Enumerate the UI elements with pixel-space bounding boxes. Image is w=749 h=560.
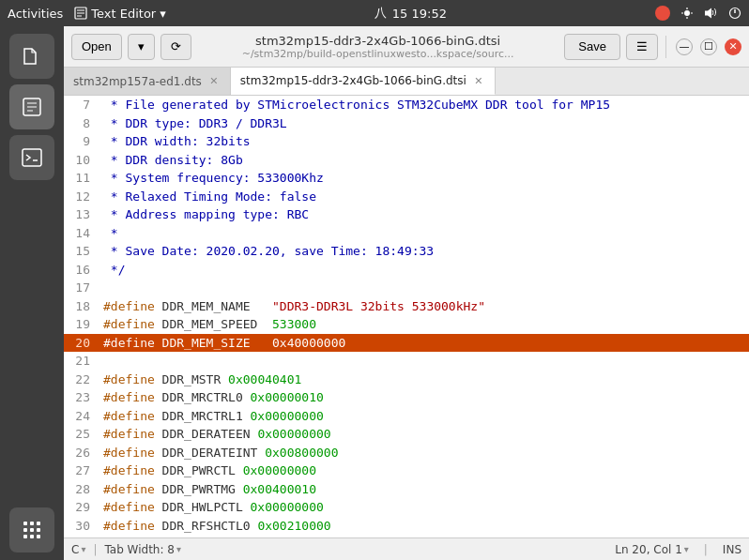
window-filename: stm32mp15-ddr3-2x4Gb-1066-binG.dtsi [255,34,500,48]
tab-stm32mp157a[interactable]: stm32mp157a-ed1.dts ✕ [64,68,231,95]
hamburger-menu-button[interactable]: ☰ [626,34,658,60]
save-button[interactable]: Save [564,34,620,60]
svg-rect-6 [30,522,34,525]
table-row: 27 #define DDR_PWRCTL 0x00000000 [64,462,749,480]
svg-rect-5 [23,522,27,525]
table-row: 24 #define DDR_MRCTRL1 0x00000000 [64,407,749,426]
sidebar [0,26,64,560]
table-row: 25 #define DDR_DERATEEN 0x00000000 [64,425,749,444]
table-row: 28 #define DDR_PWRTMG 0x00400010 [64,480,749,499]
table-row: 14 * [64,224,749,243]
open-recent-button[interactable]: ⟳ [160,34,191,60]
open-dropdown-button[interactable]: ▾ [128,34,155,60]
table-row: 8 * DDR type: DDR3 / DDR3L [64,114,749,133]
position-label: Ln 20, Col 1 [615,543,682,556]
tabs-bar: stm32mp157a-ed1.dts ✕ stm32mp15-ddr3-2x4… [64,68,749,96]
table-row: 21 [64,352,749,371]
status-bar: C ▾ | Tab Width: 8 ▾ Ln 20, Col 1 ▾ | IN… [64,537,749,560]
tab-label-2: stm32mp15-ddr3-2x4Gb-1066-binG.dtsi [240,74,466,87]
status-sep-2: | [704,543,708,556]
window-title-area: stm32mp15-ddr3-2x4Gb-1066-binG.dtsi ~/st… [197,34,559,60]
topbar-right [655,6,741,21]
edit-icon [74,7,87,20]
table-row: 7 * File generated by STMicroelectronics… [64,96,749,114]
table-row: 12 * Relaxed Timing Mode: false [64,188,749,206]
mode-label: INS [723,543,741,556]
sidebar-files-icon[interactable] [9,34,54,79]
volume-icon [704,7,719,20]
language-selector[interactable]: C ▾ [71,543,85,556]
table-row: 10 * DDR density: 8Gb [64,151,749,170]
table-row: 30 #define DDR_RFSHCTL0 0x00210000 [64,517,749,536]
table-row: 29 #define DDR_HWLPCTL 0x00000000 [64,498,749,517]
svg-rect-4 [23,149,41,166]
svg-rect-11 [23,535,27,538]
status-right: Ln 20, Col 1 ▾ | INS [615,543,741,556]
table-row-highlighted: 20 #define DDR_MEM_SIZE 0x40000000 [64,334,749,353]
language-arrow: ▾ [81,544,85,554]
open-button[interactable]: Open [71,34,122,60]
svg-rect-8 [23,528,27,532]
minimize-button[interactable]: — [676,38,693,55]
table-row: 23 #define DDR_MRCTRL0 0x00000010 [64,388,749,407]
table-row: 26 #define DDR_DERATEINT 0x00800000 [64,444,749,462]
power-indicator [655,6,670,21]
table-row: 22 #define DDR_MSTR 0x00040401 [64,371,749,389]
maximize-button[interactable]: ☐ [700,38,717,55]
activities-label[interactable]: Activities [8,7,63,21]
sidebar-bottom [9,507,54,552]
tab-label-1: stm32mp157a-ed1.dts [73,75,202,88]
app-dropdown-arrow: ▾ [160,7,166,21]
table-row: 19 #define DDR_MEM_SPEED 533000 [64,315,749,334]
close-button[interactable]: ✕ [725,38,741,55]
code-editor[interactable]: 7 * File generated by STMicroelectronics… [64,96,749,537]
topbar-time: 15 19:52 [392,7,447,21]
table-row: 18 #define DDR_MEM_NAME "DDR3-DDR3L 32bi… [64,297,749,316]
text-editor-window: Open ▾ ⟳ stm32mp15-ddr3-2x4Gb-1066-binG.… [64,26,749,560]
svg-rect-9 [30,528,34,532]
tab-stm32mp15-ddr3[interactable]: stm32mp15-ddr3-2x4Gb-1066-binG.dtsi ✕ [231,68,496,95]
window-filepath: ~/stm32mp/build-openstlinuxwesto...kspac… [242,48,514,60]
position-arrow: ▾ [684,544,689,554]
system-topbar: Activities Text Editor ▾ 八 15 19:52 [0,0,749,26]
toolbar-separator [665,36,666,58]
app-name-button[interactable]: Text Editor ▾ [74,7,165,21]
table-row: 13 * Address mapping type: RBC [64,205,749,224]
tabwidth-selector[interactable]: Tab Width: 8 ▾ [104,543,181,556]
svg-rect-10 [37,528,40,532]
table-row: 15 * Save Date: 2020.02.20, save Time: 1… [64,242,749,261]
topbar-time-icon: 八 [374,5,387,22]
tabwidth-label: Tab Width: 8 [104,543,174,556]
sidebar-apps-icon[interactable] [9,507,54,552]
code-scroll-area[interactable]: 7 * File generated by STMicroelectronics… [64,96,749,537]
table-row: 9 * DDR width: 32bits [64,132,749,151]
app-name-text: Text Editor [91,7,156,21]
language-label: C [71,543,79,556]
svg-point-1 [684,10,690,16]
status-sep-1: | [93,543,97,556]
table-row: 17 [64,279,749,297]
table-row: 16 */ [64,261,749,280]
sidebar-editor-icon[interactable] [9,84,54,129]
tab-close-2[interactable]: ✕ [472,74,485,87]
sidebar-terminal-icon[interactable] [9,135,54,180]
table-row: 11 * System frequency: 533000Khz [64,169,749,188]
window-toolbar: Open ▾ ⟳ stm32mp15-ddr3-2x4Gb-1066-binG.… [64,26,749,68]
topbar-center: 八 15 19:52 [177,5,644,22]
svg-rect-12 [30,535,34,538]
svg-rect-13 [37,535,40,538]
tab-close-1[interactable]: ✕ [207,75,221,88]
power-icon[interactable] [728,7,741,20]
position-indicator[interactable]: Ln 20, Col 1 ▾ [615,543,689,556]
svg-rect-7 [37,522,40,525]
network-icon [680,6,695,21]
tabwidth-arrow: ▾ [176,544,181,554]
